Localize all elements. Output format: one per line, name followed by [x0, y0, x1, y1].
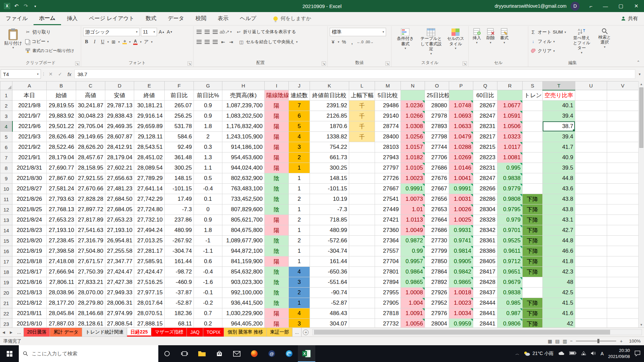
- currency-format-button[interactable]: ¥: [330, 38, 336, 46]
- cell-N8[interactable]: 1.0105: [401, 163, 425, 173]
- cell-T7[interactable]: 40.9: [543, 153, 575, 163]
- cell-B5[interactable]: 28,626.48: [47, 132, 76, 142]
- cell-R8[interactable]: 0.995: [497, 163, 523, 173]
- cell-V13[interactable]: [607, 215, 639, 225]
- row-header-20[interactable]: 20: [0, 288, 12, 298]
- cell-V1[interactable]: [607, 90, 639, 101]
- cell-M4[interactable]: 28774: [375, 121, 401, 132]
- cell-T12[interactable]: 43.8: [543, 204, 575, 215]
- cell-K1[interactable]: 終値前日比較: [310, 90, 349, 101]
- alignment-dialog-launcher[interactable]: ↘: [322, 61, 326, 66]
- cell-G16[interactable]: -1.1: [194, 246, 222, 256]
- cell-L23[interactable]: [349, 319, 375, 328]
- cell-U3[interactable]: [575, 111, 607, 121]
- cell-K9[interactable]: 148.15: [310, 173, 349, 184]
- column-header-E[interactable]: E: [134, 81, 165, 90]
- cell-Q2[interactable]: 28267: [473, 101, 497, 111]
- cell-O4[interactable]: 27893: [425, 121, 449, 132]
- cell-L3[interactable]: 千: [349, 111, 375, 121]
- cell-A4[interactable]: 2021/9/6: [12, 121, 47, 132]
- cell-P3[interactable]: 1.0693: [449, 111, 473, 121]
- cell-N10[interactable]: 0.9991: [401, 184, 425, 194]
- cell-Q13[interactable]: 28328: [473, 215, 497, 225]
- cell-B2[interactable]: 29,819.55: [47, 101, 76, 111]
- cell-U13[interactable]: [575, 215, 607, 225]
- cell-S17[interactable]: 下降: [523, 256, 543, 267]
- avatar[interactable]: D: [571, 2, 580, 11]
- cell-P4[interactable]: 1.0633: [449, 121, 473, 132]
- cell-V11[interactable]: [607, 194, 639, 204]
- cell-R18[interactable]: 0.9651: [497, 267, 523, 277]
- cell-N23[interactable]: 1.0056: [401, 319, 425, 328]
- taskbar-search[interactable]: ここに入力して検索: [19, 345, 158, 362]
- cell-R9[interactable]: 0.9838: [497, 173, 523, 184]
- align-center-button[interactable]: [204, 38, 210, 46]
- collapse-ribbon-button[interactable]: ⌃: [637, 60, 640, 65]
- column-header-K[interactable]: K: [310, 81, 349, 90]
- cell-E3[interactable]: 29,916.14: [134, 111, 165, 121]
- cell-E17[interactable]: 27,585.91: [134, 256, 165, 267]
- cell-M8[interactable]: 27797: [375, 163, 401, 173]
- cell-O23[interactable]: 28004: [425, 319, 449, 328]
- cell-C3[interactable]: 30,048.23: [76, 111, 105, 121]
- cell-H7[interactable]: 954,453,600: [222, 153, 265, 163]
- column-header-Q[interactable]: Q: [473, 81, 497, 90]
- cell-U6[interactable]: [575, 142, 607, 153]
- cell-F22[interactable]: 182.36: [165, 308, 194, 319]
- font-size-combo[interactable]: 11▾: [141, 28, 157, 36]
- cell-B15[interactable]: 27,238.45: [47, 236, 76, 246]
- cell-F13[interactable]: 237.86: [165, 215, 194, 225]
- cell-J18[interactable]: 4: [289, 267, 310, 277]
- cell-R3[interactable]: 1.0591: [497, 111, 523, 121]
- cell-E19[interactable]: 27,516.25: [134, 277, 165, 288]
- font-name-combo[interactable]: 游ゴシック▾: [83, 28, 140, 36]
- cell-B20[interactable]: 28,038.96: [47, 288, 76, 298]
- cell-J7[interactable]: 2: [289, 153, 310, 163]
- cell-A11[interactable]: 2021/8/26: [12, 194, 47, 204]
- row-header-14[interactable]: 14: [0, 225, 12, 236]
- cell-L2[interactable]: 千: [349, 101, 375, 111]
- row-header-2[interactable]: 2: [0, 101, 12, 111]
- cell-G1[interactable]: 前日比%: [194, 90, 222, 101]
- cell-G17[interactable]: 0.6: [194, 256, 222, 267]
- cell-O1[interactable]: 25日比較: [425, 90, 449, 101]
- redo-button[interactable]: ↷: [21, 2, 30, 10]
- column-header-J[interactable]: J: [289, 81, 310, 90]
- cell-P21[interactable]: 1.0023: [449, 298, 473, 308]
- cell-U12[interactable]: [575, 204, 607, 215]
- cell-I17[interactable]: 陽: [265, 256, 289, 267]
- cell-H4[interactable]: 1,176,832,400: [222, 121, 265, 132]
- cell-C1[interactable]: 高値: [76, 90, 105, 101]
- cell-I2[interactable]: 陽: [265, 101, 289, 111]
- row-header-16[interactable]: 16: [0, 246, 12, 256]
- autosum-button[interactable]: Σオート SUM▾: [530, 28, 569, 36]
- cell-S21[interactable]: 下降: [523, 298, 543, 308]
- row-header-13[interactable]: 13: [0, 215, 12, 225]
- cell-V21[interactable]: [607, 298, 639, 308]
- cell-H16[interactable]: 944,872,100: [222, 246, 265, 256]
- insert-cells-button[interactable]: 挿入▾: [471, 27, 483, 60]
- column-header-A[interactable]: A: [12, 81, 47, 90]
- cell-N3[interactable]: 1.0266: [401, 111, 425, 121]
- cell-S5[interactable]: [523, 132, 543, 142]
- cell-F5[interactable]: 584.6: [165, 132, 194, 142]
- cell-N21[interactable]: 1.004: [401, 298, 425, 308]
- cell-F18[interactable]: -98.72: [165, 267, 194, 277]
- cell-H5[interactable]: 1,243,105,900: [222, 132, 265, 142]
- cell-M11[interactable]: 27541: [375, 194, 401, 204]
- row-header-19[interactable]: 19: [0, 277, 12, 288]
- column-header-L[interactable]: L: [349, 81, 375, 90]
- cell-K20[interactable]: -90.74: [310, 288, 349, 298]
- cell-styles-button[interactable]: セルのスタイル▾: [445, 27, 466, 60]
- styles-dialog-launcher[interactable]: ↘: [463, 61, 467, 66]
- cancel-entry-button[interactable]: ✕: [46, 69, 55, 79]
- cell-D10[interactable]: 27,481.23: [105, 184, 134, 194]
- cell-D4[interactable]: 29,469.35: [105, 121, 134, 132]
- normal-view-button[interactable]: ▦: [548, 339, 552, 344]
- cell-D14[interactable]: 27,193.10: [105, 225, 134, 236]
- row-header-10[interactable]: 10: [0, 184, 12, 194]
- cell-V6[interactable]: [607, 142, 639, 153]
- cell-I23[interactable]: 陽: [265, 319, 289, 328]
- cell-J22[interactable]: 4: [289, 308, 310, 319]
- cell-P19[interactable]: 0.9865: [449, 277, 473, 288]
